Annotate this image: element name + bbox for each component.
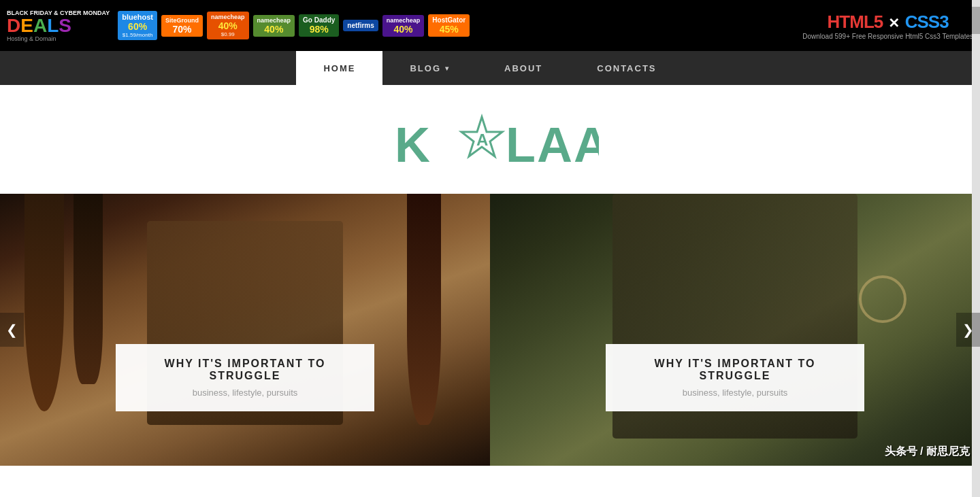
site-logo[interactable]: K A LAA (381, 109, 599, 177)
ad-left: BLACK FRIDAY & CYBER MONDAY DEALS Hostin… (7, 10, 470, 42)
slide-2: WHY IT'S IMPORTANT TO STRUGGLE business,… (490, 194, 980, 466)
slide-1-caption: WHY IT'S IMPORTANT TO STRUGGLE business,… (116, 344, 374, 411)
nav-list: HOME BLOG ▾ ABOUT CONTACTS (296, 51, 683, 85)
ad-right-subtitle: Download 599+ Free Responsive Html5 Css3… (802, 33, 973, 40)
siteground-badge[interactable]: SiteGround 70% (161, 15, 203, 37)
nav-item-about[interactable]: ABOUT (477, 51, 570, 85)
slider-prev-button[interactable]: ❮ (0, 313, 24, 347)
slide-1-tags: business, lifestyle, pursuits (136, 388, 354, 398)
slide-1-bg (0, 194, 490, 466)
scrollbar-thumb[interactable] (972, 7, 980, 34)
nav-item-blog[interactable]: BLOG ▾ (382, 51, 477, 85)
namecheap-badge[interactable]: namecheap 40% $0.99 (207, 12, 249, 39)
slider-container: WHY IT'S IMPORTANT TO STRUGGLE business,… (0, 194, 980, 466)
logo-area: K A LAA (0, 85, 980, 194)
bluehost-badge[interactable]: bluehost 60% $1.59/month (118, 11, 157, 40)
slider-next-button[interactable]: ❯ (956, 313, 980, 347)
slide-2-tags: business, lifestyle, pursuits (626, 388, 844, 398)
ad-right[interactable]: HTML5 ✕ CSS3 Download 599+ Free Responsi… (802, 12, 973, 40)
slide-2-caption: WHY IT'S IMPORTANT TO STRUGGLE business,… (606, 344, 864, 411)
svg-text:K: K (395, 118, 431, 172)
deals-text: DEALS (7, 16, 110, 35)
nav-link-home[interactable]: HOME (296, 51, 382, 85)
godaddy-badge[interactable]: Go Daddy 98% (299, 14, 339, 37)
slide-1-title: WHY IT'S IMPORTANT TO STRUGGLE (136, 358, 354, 382)
hosting-domain-label: Hosting & Domain (7, 35, 110, 42)
netfirms-badge[interactable]: netfirms (343, 20, 378, 31)
watermark: 头条号 / 耐思尼克 (885, 445, 970, 459)
ad-banner: BLACK FRIDAY & CYBER MONDAY DEALS Hostin… (0, 0, 980, 51)
scrollbar[interactable] (972, 0, 980, 466)
blog-dropdown-icon: ▾ (445, 65, 450, 72)
svg-text:LAA: LAA (506, 118, 599, 172)
nav-item-contacts[interactable]: CONTACTS (570, 51, 683, 85)
namecheap2-badge[interactable]: namecheap 40% (253, 15, 295, 37)
slide-1: WHY IT'S IMPORTANT TO STRUGGLE business,… (0, 194, 490, 466)
main-nav: HOME BLOG ▾ ABOUT CONTACTS (0, 51, 980, 85)
slide-2-bg (490, 194, 980, 466)
nav-link-contacts[interactable]: CONTACTS (570, 51, 683, 85)
html5-css3-logo: HTML5 ✕ CSS3 (802, 12, 973, 33)
hostgator-badge[interactable]: HostGator 45% (428, 14, 470, 37)
ad-badges: bluehost 60% $1.59/month SiteGround 70% … (118, 11, 470, 40)
namecheap3-badge[interactable]: namecheap 40% (382, 15, 425, 37)
slide-2-title: WHY IT'S IMPORTANT TO STRUGGLE (626, 358, 844, 382)
nav-item-home[interactable]: HOME (296, 51, 382, 85)
nav-link-about[interactable]: ABOUT (477, 51, 570, 85)
nav-link-blog[interactable]: BLOG ▾ (382, 51, 477, 85)
svg-text:A: A (476, 131, 488, 149)
ad-deals-label: BLACK FRIDAY & CYBER MONDAY DEALS Hostin… (7, 10, 110, 42)
